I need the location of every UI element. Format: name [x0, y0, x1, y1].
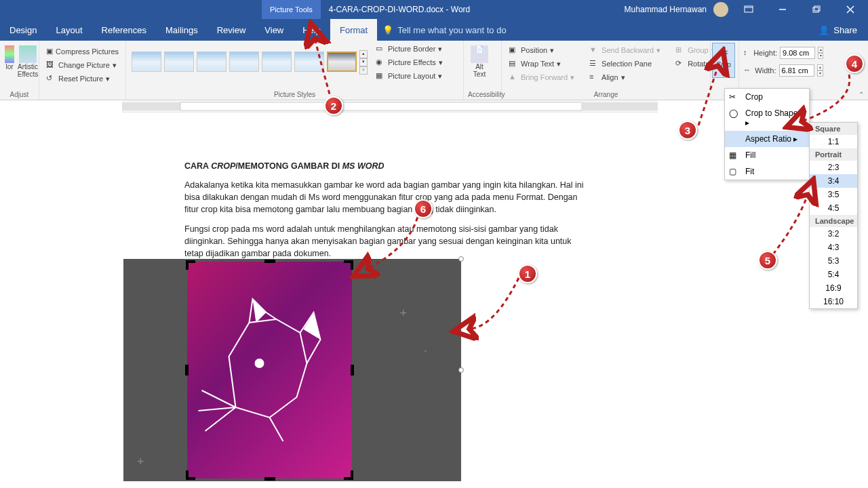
group-label-adjust: Adjust — [4, 91, 35, 100]
align-icon: ≡ — [589, 73, 599, 82]
minimize-button[interactable] — [769, 0, 796, 19]
artistic-effects-button[interactable]: Artistic Effects — [16, 43, 39, 81]
selection-handle[interactable] — [458, 256, 464, 262]
crop-button[interactable]: ✂Crop▾ — [712, 43, 735, 78]
height-input[interactable] — [780, 47, 815, 59]
width-up[interactable]: ▴ — [817, 64, 824, 70]
gallery-more-button[interactable]: ▿ — [359, 66, 368, 75]
selection-handle[interactable] — [458, 367, 464, 373]
document-title: 4-CARA-CROP-DI-WORD.docx - Word — [321, 5, 470, 14]
picture-border-button[interactable]: ▭Picture Border ▾ — [373, 43, 446, 55]
lightbulb-icon: 💡 — [382, 25, 393, 35]
crop-handle-r[interactable] — [351, 365, 354, 375]
aspect-16-10[interactable]: 16:10 — [810, 295, 857, 308]
tab-review[interactable]: Review — [208, 19, 256, 41]
crop-handle-tr[interactable] — [344, 260, 353, 270]
position-button[interactable]: ▣Position ▾ — [506, 44, 577, 56]
reset-picture-button[interactable]: ↺Reset Picture ▾ — [43, 73, 121, 85]
aspect-header-landscape: Landscape — [810, 215, 857, 227]
height-label: Height: — [753, 49, 777, 57]
style-thumb-5[interactable] — [262, 52, 292, 72]
aspect-5-3[interactable]: 5:3 — [810, 254, 857, 268]
crop-handle-tl[interactable] — [186, 260, 195, 270]
crop-handle-t[interactable] — [264, 260, 275, 263]
aspect-4-5[interactable]: 4:5 — [810, 201, 857, 215]
aspect-3-2[interactable]: 3:2 — [810, 227, 857, 241]
picture-layout-button[interactable]: ▦Picture Layout ▾ — [373, 70, 446, 82]
style-thumb-2[interactable] — [164, 52, 194, 72]
send-backward-button[interactable]: ▼Send Backward ▾ — [587, 44, 663, 56]
width-input[interactable] — [779, 64, 814, 77]
title-bar: Picture Tools 4-CARA-CROP-DI-WORD.docx -… — [0, 0, 868, 19]
tell-me-search[interactable]: 💡 Tell me what you want to do — [377, 19, 506, 41]
crop-menu-aspect[interactable]: Aspect Ratio ▸ — [725, 131, 809, 147]
selection-pane-button[interactable]: ☰Selection Pane — [587, 58, 663, 70]
compress-pictures-button[interactable]: ▣Compress Pictures — [43, 45, 121, 58]
crop-handle-b[interactable] — [264, 477, 275, 481]
close-button[interactable] — [837, 0, 864, 19]
paragraph-2: Fungsi crop pada ms word adalah untuk me… — [184, 223, 585, 260]
style-thumb-3[interactable] — [197, 52, 226, 72]
svg-marker-12 — [304, 312, 321, 340]
svg-rect-8 — [180, 102, 582, 110]
height-icon: ↕ — [743, 48, 751, 58]
aspect-2-3[interactable]: 2:3 — [810, 161, 857, 174]
alt-text-button[interactable]: 📄Alt Text — [468, 43, 491, 81]
crop-region[interactable] — [187, 262, 352, 479]
aspect-16-9[interactable]: 16:9 — [810, 281, 857, 295]
share-button[interactable]: 👤 Share — [808, 19, 868, 41]
ribbon-options-button[interactable] — [735, 0, 762, 19]
change-picture-button[interactable]: 🖼Change Picture ▾ — [43, 59, 121, 71]
width-down[interactable]: ▾ — [817, 70, 824, 77]
reset-icon: ↺ — [46, 74, 56, 83]
svg-rect-7 — [122, 102, 180, 110]
picture-tools-tab[interactable]: Picture Tools — [262, 0, 321, 19]
crop-menu-shape[interactable]: ◯Crop to Shape ▸ — [725, 105, 809, 131]
crop-handle-br[interactable] — [344, 470, 353, 480]
style-thumb-6[interactable] — [294, 52, 324, 72]
tab-references[interactable]: References — [92, 19, 156, 41]
style-thumb-1[interactable] — [132, 52, 161, 72]
crop-menu-fill[interactable]: ▦Fill — [725, 147, 809, 163]
color-button[interactable]: lor — [4, 43, 15, 81]
aspect-4-3[interactable]: 4:3 — [810, 241, 857, 254]
style-thumb-4[interactable] — [229, 52, 259, 72]
share-icon: 👤 — [818, 25, 829, 35]
crop-handle-l[interactable] — [185, 365, 189, 375]
gallery-up-button[interactable]: ▴ — [359, 50, 368, 58]
tab-help[interactable]: Help — [293, 19, 330, 41]
collapse-ribbon-button[interactable]: ⌃ — [859, 91, 864, 98]
tab-view[interactable]: View — [255, 19, 293, 41]
bring-forward-button[interactable]: ▲Bring Forward ▾ — [506, 71, 577, 83]
layout-icon: ▦ — [376, 71, 385, 81]
tab-design[interactable]: Design — [0, 19, 46, 41]
gallery-down-button[interactable]: ▾ — [359, 58, 368, 66]
aspect-3-4[interactable]: 3:4 — [810, 174, 857, 188]
wrap-text-button[interactable]: ▤Wrap Text ▾ — [506, 58, 577, 70]
annotation-ball-2: 2 — [324, 96, 343, 115]
annotation-ball-6: 6 — [414, 199, 433, 218]
height-up[interactable]: ▴ — [818, 47, 823, 53]
paragraph-1: Adakalanya ketika kita memasukkan gambar… — [184, 179, 585, 216]
aspect-3-5[interactable]: 3:5 — [810, 188, 857, 201]
align-button[interactable]: ≡Align ▾ — [587, 71, 663, 83]
bg-star-icon: + — [137, 455, 144, 469]
aspect-header-portrait: Portrait — [810, 148, 857, 161]
crop-menu-crop[interactable]: ✂Crop — [725, 89, 809, 105]
tab-mailings[interactable]: Mailings — [156, 19, 208, 41]
user-avatar[interactable] — [713, 2, 728, 17]
tab-layout[interactable]: Layout — [46, 19, 92, 41]
crop-menu-fit[interactable]: ▢Fit — [725, 163, 809, 180]
picture-effects-button[interactable]: ◉Picture Effects ▾ — [373, 56, 446, 68]
maximize-button[interactable] — [803, 0, 830, 19]
height-down[interactable]: ▾ — [818, 53, 823, 59]
aspect-5-4[interactable]: 5:4 — [810, 268, 857, 281]
tab-format[interactable]: Format — [330, 19, 377, 41]
aspect-1-1[interactable]: 1:1 — [810, 135, 857, 148]
style-thumb-7[interactable] — [327, 52, 357, 72]
annotation-ball-4: 4 — [845, 54, 864, 73]
selected-image[interactable]: + + · — [123, 259, 461, 481]
crop-handle-bl[interactable] — [186, 470, 195, 480]
horizontal-ruler[interactable] — [122, 100, 658, 113]
aspect-header-square: Square — [810, 123, 857, 135]
